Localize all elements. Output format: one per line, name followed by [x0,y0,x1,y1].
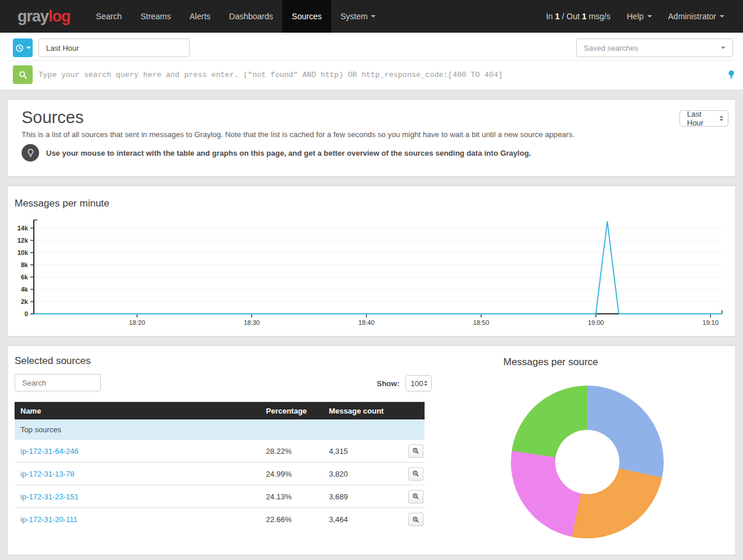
timerange-dropdown-button[interactable] [13,38,33,57]
nav-right-section: In 1 / Out 1 msg/s Help Administrator [538,0,743,33]
throughput-out-value: 1 [582,12,587,21]
messages-per-source-title: Messages per source [503,356,598,368]
source-message-count: 3,464 [329,515,397,524]
tip-text: Use your mouse to interact with the tabl… [46,149,531,158]
graylog-sources-page: graylog Search Streams Alerts Dashboards… [0,0,743,560]
sources-detail-panel: Selected sources Show: 100 Name Percenta… [7,345,736,555]
chevron-down-icon [26,47,31,49]
source-percentage: 24.13% [266,492,329,501]
column-header-percentage: Percentage [266,407,329,415]
help-menu[interactable]: Help [619,0,660,33]
select-arrows-icon [424,380,427,386]
top-navbar: graylog Search Streams Alerts Dashboards… [0,0,743,33]
chevron-down-icon [647,15,652,18]
svg-text:18:30: 18:30 [244,319,260,326]
table-row: ip-172-31-13-78 24.99% 3,820 [15,463,425,485]
search-bar-panel: Saved searches [0,33,743,90]
zoom-in-source-button[interactable] [408,490,423,503]
source-link[interactable]: ip-172-31-13-78 [20,470,75,478]
throughput-unit: msg/s [587,12,611,21]
show-count-group: Show: 100 [368,375,432,391]
source-message-count: 3,689 [329,492,397,501]
page-title: Sources [22,108,83,127]
select-arrows-icon [720,116,723,121]
svg-text:18:50: 18:50 [473,319,489,326]
messages-per-minute-panel: Messages per minute 02k4k6k8k10k12k14k18… [7,186,736,337]
svg-text:18:20: 18:20 [129,319,145,326]
show-count-select[interactable]: 100 [405,375,432,391]
source-percentage: 28.22% [266,447,329,456]
timerange-input[interactable] [38,38,190,57]
nav-item-search[interactable]: Search [87,0,131,33]
svg-text:12k: 12k [17,237,29,244]
nav-item-sources[interactable]: Sources [282,0,331,33]
nav-item-system[interactable]: System [331,0,385,33]
sources-table: Name Percentage Message count Top source… [15,402,425,531]
source-message-count: 4,315 [329,447,397,456]
zoom-in-icon [412,447,419,454]
source-link[interactable]: ip-172-31-64-246 [20,447,79,456]
zoom-in-source-button[interactable] [408,444,423,458]
table-row: ip-172-31-23-151 24.13% 3,689 [15,485,425,508]
throughput-in-value: 1 [555,12,560,21]
saved-searches-dropdown[interactable]: Saved searches [576,38,733,57]
user-menu[interactable]: Administrator [660,0,733,33]
page-description: This is a list of all sources that sent … [22,130,574,139]
zoom-in-icon [412,470,419,477]
lightbulb-icon [728,70,735,79]
svg-text:0: 0 [24,310,28,317]
chart-title: Messages per minute [15,198,110,209]
table-row: ip-172-31-64-246 28.22% 4,315 [15,440,425,463]
timerange-select[interactable]: Last Hour [679,110,728,127]
source-percentage: 24.99% [266,470,329,478]
table-section-row: Top sources [15,419,425,440]
nav-item-alerts[interactable]: Alerts [180,0,220,33]
tip-row: Use your mouse to interact with the tabl… [22,144,531,162]
svg-text:10k: 10k [17,249,29,256]
nav-item-streams[interactable]: Streams [131,0,180,33]
divider [9,60,734,61]
nav-item-label: Dashboards [229,12,274,21]
section-label: Top sources [15,425,425,434]
nav-item-label: Alerts [190,12,211,21]
throughput-in-label: In [546,12,555,21]
sources-header-panel: Sources This is a list of all sources th… [7,99,736,177]
svg-text:2k: 2k [21,298,29,305]
messages-per-source-donut[interactable] [511,386,664,538]
show-count-value: 100 [411,379,423,388]
tip-bulb-badge [22,144,39,162]
nav-item-label: System [341,12,368,21]
show-label: Show: [377,379,399,388]
search-icon [19,71,27,79]
nav-item-label: Search [96,12,122,21]
svg-text:14k: 14k [17,225,29,232]
search-button[interactable] [13,65,33,84]
source-link[interactable]: ip-172-31-20-111 [20,515,78,524]
messages-per-minute-chart[interactable]: 02k4k6k8k10k12k14k18:2018:3018:4018:5019… [8,209,737,335]
zoom-in-source-button[interactable] [408,467,423,481]
nav-item-dashboards[interactable]: Dashboards [220,0,283,33]
svg-text:18:40: 18:40 [359,319,375,326]
throughput-indicator: In 1 / Out 1 msg/s [538,0,619,33]
zoom-in-icon [412,516,419,523]
throughput-out-label: / Out [560,12,582,21]
graylog-logo[interactable]: graylog [0,0,87,33]
nav-item-label: Streams [141,12,171,21]
saved-searches-label: Saved searches [584,44,638,52]
source-percentage: 22.66% [266,515,329,524]
user-label: Administrator [668,12,716,21]
search-query-input[interactable] [38,65,715,84]
sources-filter-input[interactable] [15,374,101,391]
clock-icon [15,44,24,52]
svg-text:19:10: 19:10 [703,319,719,326]
source-link[interactable]: ip-172-31-23-151 [20,492,79,501]
lightbulb-icon [27,149,34,158]
help-label: Help [627,12,644,21]
svg-text:8k: 8k [21,261,29,268]
nav-menu: Search Streams Alerts Dashboards Sources… [87,0,385,33]
donut-hole [555,430,619,494]
table-header-row: Name Percentage Message count [15,402,425,419]
zoom-in-source-button[interactable] [408,513,423,526]
timerange-select-value: Last Hour [687,110,720,127]
zoom-in-icon [412,493,419,500]
